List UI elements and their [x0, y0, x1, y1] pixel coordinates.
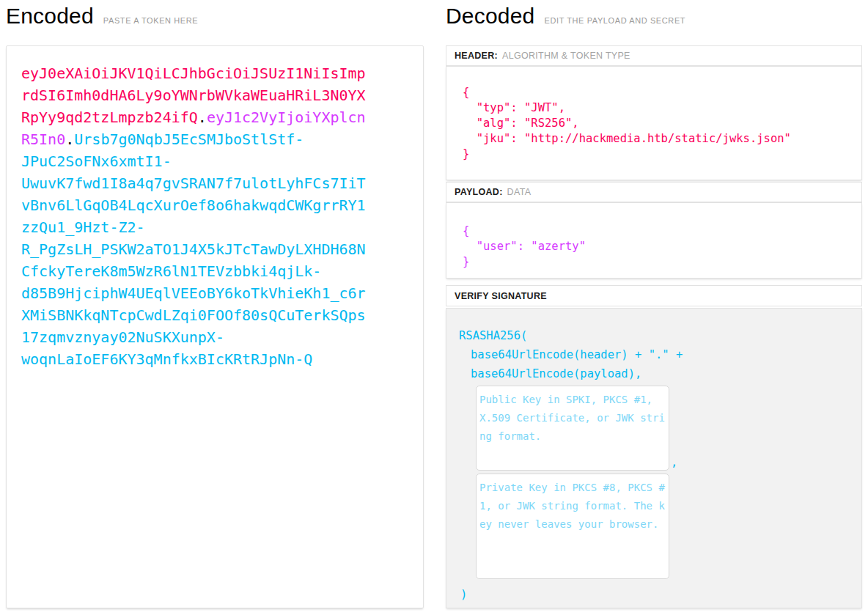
verify-signature-panel: RSASHA256( base64UrlEncode(header) + "."… — [446, 308, 862, 608]
verify-signature-label: VERIFY SIGNATURE — [455, 291, 547, 301]
decoded-header: Decoded EDIT THE PAYLOAD AND SECRET — [446, 0, 862, 40]
encoded-header: Encoded PASTE A TOKEN HERE — [6, 0, 424, 40]
encoded-subtitle: PASTE A TOKEN HERE — [103, 16, 198, 25]
public-key-row: , — [476, 386, 861, 471]
jwt-token-text: eyJ0eXAiOiJKV1QiLCJhbGciOiJSUzI1NiIsImpr… — [21, 62, 372, 370]
public-key-input[interactable] — [476, 386, 669, 471]
decoded-title: Decoded — [446, 4, 535, 29]
decoded-column: Decoded EDIT THE PAYLOAD AND SECRET HEAD… — [446, 0, 862, 40]
signature-comma: , — [671, 454, 677, 471]
header-section-bar: HEADER: ALGORITHM & TOKEN TYPE — [446, 45, 862, 66]
header-json: { "typ": "JWT", "alg": "RS256", "jku": "… — [446, 67, 861, 162]
token-separator-dot: . — [198, 108, 207, 126]
signature-formula: RSASHA256( base64UrlEncode(header) + "."… — [446, 309, 861, 383]
decoded-subtitle: EDIT THE PAYLOAD AND SECRET — [545, 16, 686, 25]
signature-closing-paren: ) — [460, 585, 861, 604]
signature-algorithm-line: RSASHA256( — [459, 326, 861, 345]
verify-signature-bar: VERIFY SIGNATURE — [446, 285, 862, 306]
payload-section-sublabel: DATA — [507, 187, 532, 197]
payload-json: { "user": "azerty" } — [446, 203, 861, 270]
encoded-token-editor[interactable]: eyJ0eXAiOiJKV1QiLCJhbGciOiJSUzI1NiIsImpr… — [6, 45, 424, 608]
private-key-input[interactable] — [476, 474, 669, 579]
signature-encode-header-line: base64UrlEncode(header) + "." + — [459, 345, 861, 364]
encoded-title: Encoded — [6, 4, 94, 29]
header-json-editor[interactable]: { "typ": "JWT", "alg": "RS256", "jku": "… — [446, 66, 862, 180]
header-section-label: HEADER: — [455, 51, 498, 61]
payload-section-bar: PAYLOAD: DATA — [446, 182, 862, 202]
payload-section-label: PAYLOAD: — [455, 187, 503, 197]
signature-encode-payload-line: base64UrlEncode(payload), — [459, 364, 861, 383]
token-signature-segment: Ursb7g0NqbJ5EcSMJboStlStf-JPuC2SoFNx6xmt… — [21, 130, 366, 368]
header-section-sublabel: ALGORITHM & TOKEN TYPE — [502, 51, 630, 61]
payload-json-editor[interactable]: { "user": "azerty" } — [446, 202, 862, 279]
token-separator-dot: . — [65, 130, 74, 148]
encoded-column: Encoded PASTE A TOKEN HERE eyJ0eXAiOiJKV… — [6, 0, 424, 40]
